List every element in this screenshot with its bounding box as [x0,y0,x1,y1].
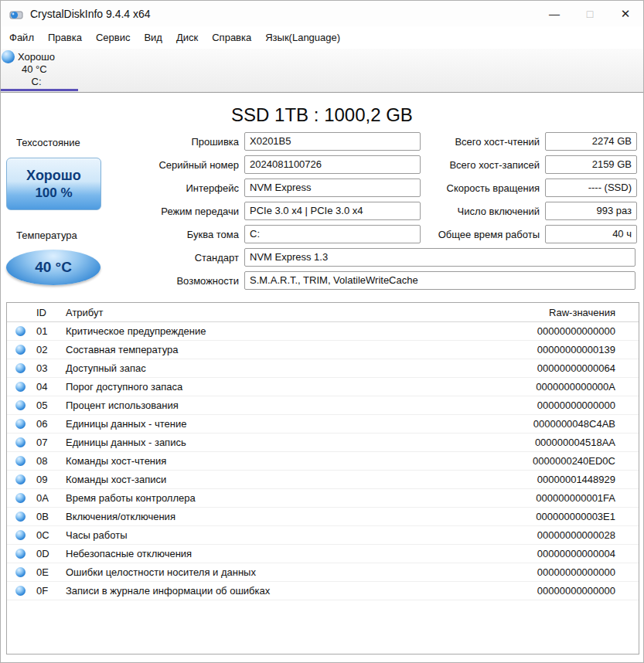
cell-attribute: Единицы данных - запись [63,437,472,448]
field-label-features: Возможности [101,275,239,287]
header-id[interactable]: ID [33,307,63,318]
cell-attribute: Включения/отключения [63,511,472,522]
table-row[interactable]: 05Процент использования00000000000000 [7,396,639,415]
cell-id: 0C [33,529,63,541]
cell-attribute: Единицы данных - чтение [63,418,472,430]
status-good-icon [15,400,26,410]
cell-raw: 00000000000000 [472,566,639,578]
field-value-features[interactable]: S.M.A.R.T., TRIM, VolatileWriteCache [244,271,635,290]
cell-raw: 00000000000000 [472,585,639,597]
cell-attribute: Команды хост-записи [63,474,472,485]
menu-item-help[interactable]: Справка [205,26,258,49]
table-row[interactable]: 0CЧасы работы00000000000028 [7,526,639,545]
drive-letter-label: C: [1,76,72,88]
field-value-power_on_count[interactable]: 993 раз [545,202,637,220]
status-good-icon [15,419,26,429]
table-row[interactable]: 04Порог доступного запаса0000000000000A [7,378,639,396]
field-row-transfer_mode: Режим передачиPCIe 3.0 x4 | PCIe 3.0 x4 [101,202,421,220]
field-row-total_host_reads: Всего хост-чтений2274 GB [416,132,637,151]
header-attribute[interactable]: Атрибут [63,307,472,318]
field-value-power_on_hours[interactable]: 40 ч [545,225,637,243]
field-value-standard[interactable]: NVM Express 1.3 [244,248,635,267]
cell-raw: 00000000000004 [472,548,639,559]
app-window: CrystalDiskInfo 9.4.4 x64 — □ ✕ ФайлПрав… [0,0,644,663]
table-row[interactable]: 03Доступный запас00000000000064 [7,359,639,378]
field-value-interface[interactable]: NVM Express [244,178,421,197]
menu-item-function[interactable]: Сервис [89,26,138,49]
menu-item-view[interactable]: Вид [137,26,169,49]
cell-id: 0B [33,511,63,522]
cell-id: 09 [33,474,63,485]
cell-id: 0F [33,585,63,597]
table-row[interactable]: 0DНебезопасные отключения00000000000004 [7,545,639,563]
field-value-firmware[interactable]: X0201B5 [244,132,421,151]
cell-attribute: Доступный запас [63,362,472,374]
cell-raw: 0000000048C4AB [472,418,639,430]
table-row[interactable]: 0FЗаписи в журнале информации об ошибках… [7,582,639,600]
table-row[interactable]: 02Составная температура00000000000139 [7,341,639,359]
fields-wide: СтандартNVM Express 1.3ВозможностиS.M.A.… [101,248,635,294]
cell-status [7,530,33,540]
status-good-icon [15,326,26,336]
table-row[interactable]: 0EОшибки целостности носителя и данных00… [7,563,639,582]
table-row[interactable]: 06Единицы данных - чтение0000000048C4AB [7,415,639,434]
field-row-power_on_count: Число включений993 раз [416,202,637,220]
field-label-drive_letter: Буква тома [101,229,239,240]
cell-attribute: Порог доступного запаса [63,381,472,393]
drive-selected-indicator [1,89,78,91]
close-icon[interactable]: ✕ [608,1,643,26]
menu-item-disk[interactable]: Диск [169,26,205,49]
cell-id: 0E [33,566,63,578]
table-row[interactable]: 09Команды хост-записи00000001448929 [7,471,639,489]
cell-id: 04 [33,381,63,393]
cell-status [7,567,33,577]
cell-id: 02 [33,344,63,355]
menu-item-file[interactable]: Файл [2,26,41,49]
table-row[interactable]: 0AВремя работы контроллера000000000001FA [7,489,639,508]
field-value-total_host_writes[interactable]: 2159 GB [545,155,637,174]
field-value-transfer_mode[interactable]: PCIe 3.0 x4 | PCIe 3.0 x4 [244,202,421,220]
status-good-icon [15,493,26,503]
cell-id: 06 [33,418,63,430]
table-row[interactable]: 08Команды хост-чтения0000000240ED0C [7,452,639,471]
drive-tab-c[interactable]: Хорошо 40 °C C: [1,49,78,92]
cell-id: 05 [33,400,63,411]
health-status-text: Хорошо [26,168,81,184]
menu-item-language[interactable]: Язык(Language) [258,26,347,49]
cell-status [7,474,33,484]
smart-table-header: ID Атрибут Raw-значения [7,303,639,322]
field-value-total_host_reads[interactable]: 2274 GB [545,132,637,151]
status-good-icon [15,437,26,447]
cell-status [7,345,33,355]
table-row[interactable]: 07Единицы данных - запись000000004518AA [7,434,639,452]
menu-item-edit[interactable]: Правка [41,26,89,49]
field-label-firmware: Прошивка [101,136,239,148]
cell-id: 07 [33,437,63,448]
cell-status [7,419,33,429]
field-row-features: ВозможностиS.M.A.R.T., TRIM, VolatileWri… [101,271,635,290]
cell-id: 08 [33,455,63,467]
window-controls: — □ ✕ [537,1,643,26]
field-row-interface: ИнтерфейсNVM Express [101,178,421,197]
status-good-icon [15,345,26,355]
temperature-button[interactable]: 40 °C [6,250,101,285]
cell-attribute: Ошибки целостности носителя и данных [63,566,472,578]
cell-status [7,586,33,596]
header-raw[interactable]: Raw-значения [472,307,639,318]
field-value-serial_number[interactable]: 2024081100726 [244,155,421,174]
cell-attribute: Время работы контроллера [63,492,472,504]
smart-table-body: 01Критическое предупреждение000000000000… [7,322,639,600]
field-value-rotation_rate[interactable]: ---- (SSD) [545,178,637,197]
cell-attribute: Часы работы [63,529,472,541]
field-value-drive_letter[interactable]: C: [244,225,421,243]
status-good-icon [15,549,26,559]
cell-id: 01 [33,325,63,337]
minimize-icon[interactable]: — [537,1,572,26]
health-status-button[interactable]: Хорошо 100 % [6,158,101,210]
table-row[interactable]: 01Критическое предупреждение000000000000… [7,322,639,341]
status-good-icon [15,363,26,373]
status-good-icon [15,530,26,540]
table-row[interactable]: 0BВключения/отключения000000000003E1 [7,508,639,526]
health-section-label: Техсостояние [16,137,80,148]
maximize-icon[interactable]: □ [572,1,608,26]
